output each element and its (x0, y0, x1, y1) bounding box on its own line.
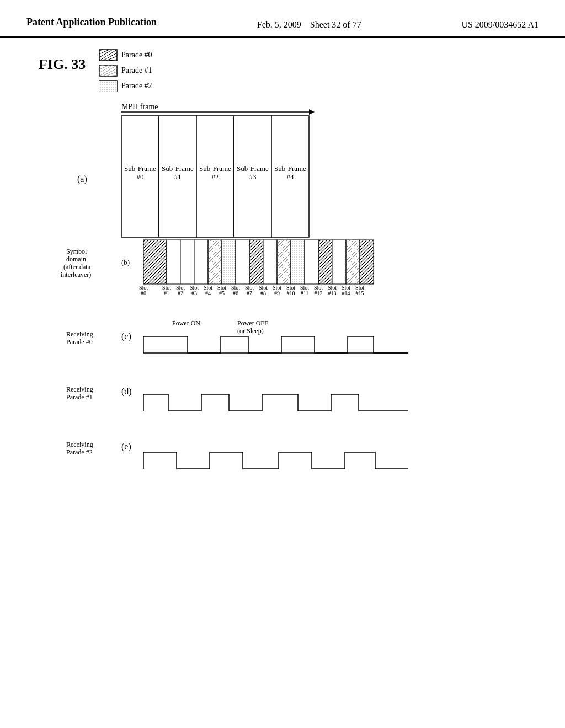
svg-text:#0: #0 (141, 290, 146, 296)
svg-text:#0: #0 (137, 173, 144, 181)
svg-rect-54 (167, 240, 180, 284)
svg-rect-68 (360, 240, 374, 284)
svg-text:#1: #1 (174, 173, 182, 181)
patent-number: US 2009/0034652 A1 (461, 15, 539, 32)
svg-text:MPH frame: MPH frame (121, 103, 158, 111)
svg-text:(a): (a) (77, 174, 87, 184)
svg-marker-31 (309, 109, 315, 115)
svg-text:Sub-Frame: Sub-Frame (124, 164, 156, 173)
page-header: Patent Application Publication Feb. 5, 2… (0, 0, 565, 38)
sheet-number: Sheet 32 of 77 (310, 20, 361, 29)
svg-line-1 (99, 50, 117, 61)
svg-text:#2: #2 (178, 290, 183, 296)
svg-text:Sub-Frame: Sub-Frame (237, 164, 269, 173)
svg-text:Receiving: Receiving (66, 441, 93, 448)
svg-text:#4: #4 (205, 290, 211, 296)
svg-text:(d): (d) (121, 387, 132, 397)
svg-rect-60 (249, 240, 263, 284)
svg-text:Symbol: Symbol (66, 248, 87, 255)
svg-text:Power ON: Power ON (172, 319, 200, 327)
figure-33-svg: FIG. 33 Parade #0 Parade #1 Parade #2 (33, 44, 530, 684)
header-center: Feb. 5, 2009 Sheet 32 of 77 (257, 15, 361, 32)
svg-text:#9: #9 (274, 290, 280, 296)
svg-rect-57 (208, 240, 222, 284)
svg-text:Receiving: Receiving (66, 330, 93, 338)
svg-rect-55 (180, 240, 194, 284)
svg-text:#13: #13 (328, 290, 337, 296)
publication-date: Feb. 5, 2009 (257, 20, 301, 29)
svg-text:Sub-Frame: Sub-Frame (274, 164, 306, 173)
svg-rect-19 (99, 81, 117, 92)
svg-text:(after data: (after data (63, 263, 91, 271)
svg-rect-56 (194, 240, 208, 284)
svg-text:domain: domain (66, 255, 86, 263)
svg-text:#4: #4 (287, 173, 295, 181)
svg-text:(e): (e) (121, 442, 131, 452)
svg-rect-61 (263, 240, 277, 284)
svg-rect-63 (291, 240, 305, 284)
svg-text:#3: #3 (249, 173, 257, 181)
svg-rect-66 (332, 240, 346, 284)
svg-rect-59 (236, 240, 249, 284)
svg-text:Parade #2: Parade #2 (121, 82, 152, 90)
svg-line-10 (99, 65, 117, 76)
svg-text:Power OFF: Power OFF (237, 319, 268, 327)
svg-text:#3: #3 (191, 290, 197, 296)
svg-text:Parade #0: Parade #0 (66, 338, 93, 346)
svg-text:Parade #2: Parade #2 (66, 448, 93, 456)
svg-text:Parade #0: Parade #0 (121, 51, 152, 59)
svg-text:interleaver): interleaver) (61, 271, 91, 279)
svg-text:(or Sleep): (or Sleep) (237, 327, 264, 335)
svg-text:#12: #12 (315, 290, 323, 296)
fig-title: FIG. 33 (39, 56, 86, 72)
svg-text:#14: #14 (342, 290, 350, 296)
svg-text:#7: #7 (247, 290, 252, 296)
svg-text:#8: #8 (260, 290, 266, 296)
svg-text:#11: #11 (301, 290, 309, 296)
svg-text:Receiving: Receiving (66, 386, 93, 393)
svg-text:Sub-Frame: Sub-Frame (199, 164, 231, 173)
svg-text:#15: #15 (356, 290, 364, 296)
svg-text:(b): (b) (121, 258, 130, 266)
svg-rect-65 (318, 240, 332, 284)
svg-text:#6: #6 (233, 290, 238, 296)
svg-text:(c): (c) (121, 331, 131, 341)
svg-rect-62 (277, 240, 291, 284)
svg-text:#1: #1 (164, 290, 169, 296)
svg-text:#5: #5 (219, 290, 225, 296)
svg-text:Parade #1: Parade #1 (66, 393, 93, 401)
svg-text:#10: #10 (287, 290, 295, 296)
svg-rect-58 (222, 240, 236, 284)
svg-text:Sub-Frame: Sub-Frame (162, 164, 194, 173)
svg-text:#2: #2 (212, 173, 219, 181)
svg-rect-64 (305, 240, 318, 284)
svg-rect-67 (346, 240, 360, 284)
svg-text:Parade #1: Parade #1 (121, 66, 152, 74)
publication-title: Patent Application Publication (26, 15, 157, 29)
svg-rect-53 (143, 240, 167, 284)
